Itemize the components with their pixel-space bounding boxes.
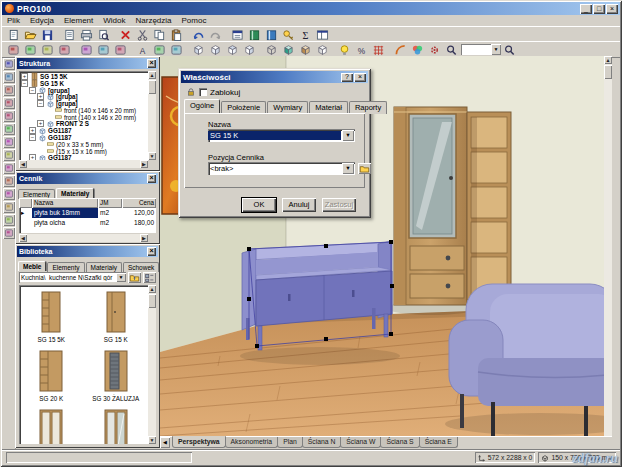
library-item[interactable]: SG 30 2	[19, 409, 84, 444]
scroll-right-icon[interactable]: ▶	[140, 160, 148, 168]
toolbar-view-texture-button[interactable]	[297, 43, 314, 56]
toolbar-key-button[interactable]	[280, 28, 297, 41]
view-tab-plan[interactable]: Plan	[277, 437, 303, 448]
toolbar-paste-button[interactable]	[168, 28, 185, 41]
toolbar-center-button[interactable]	[112, 43, 129, 56]
library-path-combobox[interactable]: Kuchnia\_kuchenne N\Szafki gór ▼	[19, 272, 126, 283]
toolbar-redo-button[interactable]	[207, 28, 224, 41]
library-grid[interactable]: SG 15 5KSG 15 KSG 20 KSG 30 ŻALUZJASG 30…	[19, 285, 148, 444]
toolbar-view-solid-button[interactable]	[280, 43, 297, 56]
scroll-right-icon[interactable]: ▶	[140, 234, 148, 242]
scroll-left-icon[interactable]: ◀	[19, 160, 27, 168]
apply-button[interactable]: Zastosuj	[322, 198, 356, 212]
toolbar-arc-button[interactable]	[392, 43, 409, 56]
column-header-jm[interactable]: JM	[98, 198, 122, 208]
struktura-close-icon[interactable]: ×	[147, 59, 156, 68]
toolbar-mirror-button[interactable]: A	[134, 43, 151, 56]
toolbar-rotate-element-button[interactable]	[39, 43, 56, 56]
ok-button[interactable]: OK	[242, 198, 276, 212]
move-tool-button[interactable]	[3, 136, 15, 148]
browse-price-list-button[interactable]	[358, 163, 371, 174]
chevron-down-icon[interactable]: ▼	[342, 130, 354, 141]
struktura-panel-title[interactable]: Struktura ×	[17, 58, 158, 69]
struktura-vscrollbar[interactable]: ▲ ▼	[148, 71, 156, 160]
camera-tool-button[interactable]	[3, 71, 15, 83]
view-tab-ściana-n[interactable]: Ściana N	[302, 437, 342, 448]
rotate-tool-button[interactable]	[3, 149, 15, 161]
toolbar-save-button[interactable]	[39, 28, 56, 41]
toolbar-flip-element-button[interactable]	[56, 43, 73, 56]
tree-expand-toggle[interactable]: −	[21, 80, 28, 87]
chevron-down-icon[interactable]: ▼	[342, 163, 354, 174]
folder-up-button[interactable]	[128, 272, 141, 283]
lock-checkbox[interactable]	[199, 88, 207, 96]
biblioteka-tab-elementy[interactable]: Elementy	[47, 262, 84, 272]
menu-widok[interactable]: Widok	[98, 16, 130, 25]
toolbar-copy-button[interactable]	[151, 28, 168, 41]
price-table-row[interactable]: płyta olcham2180,00	[19, 218, 156, 228]
tree-expand-toggle[interactable]: −	[29, 134, 36, 141]
biblioteka-tab-meble[interactable]: Meble	[18, 261, 46, 271]
biblioteka-close-icon[interactable]: ×	[147, 247, 156, 256]
maximize-button[interactable]: □	[593, 4, 605, 14]
toolbar-print-button[interactable]	[78, 28, 95, 41]
toolbar-cut-button[interactable]	[134, 28, 151, 41]
menu-pomoc[interactable]: Pomoc	[177, 16, 212, 25]
menu-edycja[interactable]: Edycja	[25, 16, 59, 25]
biblioteka-tab-schowek[interactable]: Schowek	[123, 262, 159, 272]
tree-expand-toggle[interactable]: −	[37, 100, 44, 107]
scroll-left-icon[interactable]: ◀	[19, 234, 27, 242]
cennik-close-icon[interactable]: ×	[147, 174, 156, 183]
dialog-title-bar[interactable]: Właściwości ? ×	[181, 71, 368, 83]
library-item[interactable]: SG 30 ŻALUZJA	[84, 350, 149, 402]
scroll-up-icon[interactable]: ▲	[148, 285, 156, 293]
dialog-help-button[interactable]: ?	[341, 73, 353, 82]
library-item[interactable]: SG 15 5K	[19, 291, 84, 343]
toolbar-new-button[interactable]	[5, 28, 22, 41]
structure-tree[interactable]: +SG 15 5K−SG 15 K−[grupa]+[grupa]−[grupa…	[19, 71, 148, 160]
toolbar-dimension-button[interactable]	[151, 43, 168, 56]
toolbar-light-button[interactable]	[336, 43, 353, 56]
menu-plik[interactable]: Plik	[2, 16, 25, 25]
dialog-tab-ogólne[interactable]: Ogólne	[184, 99, 220, 113]
toolbar-palette-button[interactable]	[409, 43, 426, 56]
biblioteka-tab-materiały[interactable]: Materiały	[86, 262, 122, 272]
column-header-nazwa[interactable]: Nazwa	[32, 198, 98, 208]
shelf-unit[interactable]	[467, 112, 511, 300]
settings-tool-button[interactable]	[3, 227, 15, 239]
toolbar-properties-button[interactable]	[229, 28, 246, 41]
library-item[interactable]: SG 20 K	[19, 350, 84, 402]
tab-scroll-left-icon[interactable]: ◀	[160, 437, 170, 448]
toolbar-move-element-button[interactable]	[22, 43, 39, 56]
cennik-tab-materiały[interactable]: Materiały	[56, 188, 94, 198]
walls-tool-button[interactable]	[3, 97, 15, 109]
view-tab-ściana-w[interactable]: Ściana W	[340, 437, 381, 448]
toolbar-render-button[interactable]	[168, 43, 185, 56]
zoom-apply-button[interactable]	[501, 43, 518, 56]
toolbar-report-button[interactable]	[263, 28, 280, 41]
toolbar-settings-button[interactable]	[426, 43, 443, 56]
light-tool-button[interactable]	[3, 84, 15, 96]
view-tab-ściana-e[interactable]: Ściana E	[419, 437, 458, 448]
toolbar-open-button[interactable]	[22, 28, 39, 41]
toolbar-view-wire-button[interactable]	[263, 43, 280, 56]
measure-tool-button[interactable]	[3, 175, 15, 187]
toolbar-view-ne-button[interactable]	[207, 43, 224, 56]
biblioteka-vscrollbar[interactable]: ▲ ▼	[148, 285, 156, 444]
cennik-hscrollbar[interactable]: ◀ ▶	[19, 234, 148, 242]
tree-expand-toggle[interactable]: −	[29, 87, 36, 94]
dialog-close-button[interactable]: ×	[354, 73, 366, 82]
group-tool-button[interactable]	[3, 123, 15, 135]
scroll-thumb[interactable]	[604, 65, 612, 79]
scroll-up-icon[interactable]: ▲	[148, 71, 156, 79]
scroll-up-icon[interactable]: ▲	[604, 56, 612, 64]
toolbar-zoom-window-button[interactable]	[443, 43, 460, 56]
viewport-vscrollbar[interactable]: ▲	[604, 56, 612, 436]
view-tab-ściana-s[interactable]: Ściana S	[380, 437, 419, 448]
paint-tool-button[interactable]	[3, 162, 15, 174]
tall-cabinet[interactable]	[387, 107, 477, 315]
scroll-thumb[interactable]	[148, 294, 156, 308]
library-item[interactable]: SG 30 2K	[84, 409, 149, 444]
toolbar-raise-button[interactable]	[78, 43, 95, 56]
zoom-dropdown-icon[interactable]: ▼	[491, 44, 501, 55]
